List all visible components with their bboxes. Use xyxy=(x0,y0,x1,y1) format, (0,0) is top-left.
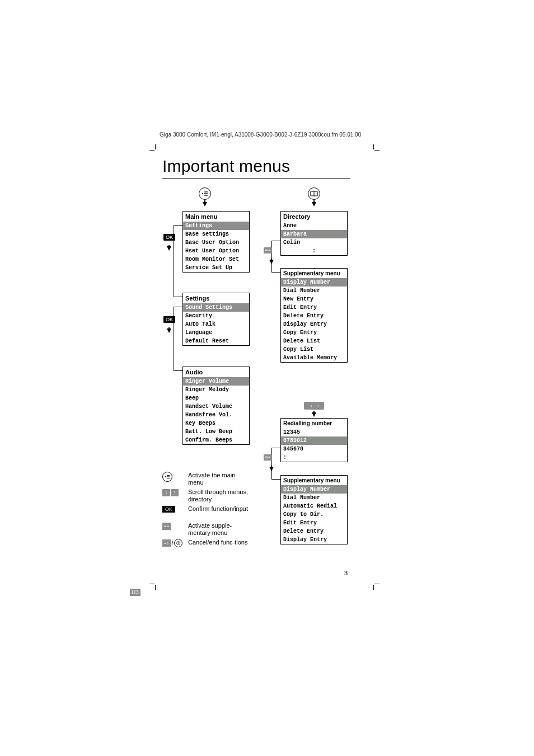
down-arrow-icon xyxy=(269,260,274,264)
connector xyxy=(271,272,280,273)
up-key-icon: ↑ xyxy=(171,489,179,496)
end-key-icon xyxy=(174,539,182,547)
connector xyxy=(271,448,272,479)
supplementary-title: Supplementary menu xyxy=(281,269,347,278)
title-underline xyxy=(162,178,350,179)
supplementary-title: Supplementary menu xyxy=(281,476,347,485)
directory-title: Directory xyxy=(281,212,347,222)
menu-item: Ringer Melody xyxy=(183,386,249,394)
audio-title: Audio xyxy=(183,367,249,377)
menu-key-icon xyxy=(199,187,211,200)
menu-item: Room Monitor Set xyxy=(183,255,249,264)
menu-item: Delete Entry xyxy=(281,312,347,320)
directory-box: Directory Anne Barbara Colin : xyxy=(280,211,348,256)
legend-text: Activate the main menu xyxy=(188,472,250,486)
menu-item: Copy to Dir. xyxy=(281,510,347,519)
menu-item: Display Entry xyxy=(281,536,347,544)
connector xyxy=(271,241,280,241)
down-arrow-icon xyxy=(312,202,316,206)
connector xyxy=(174,370,182,371)
menu-item: Base settings xyxy=(183,230,249,238)
redial-key-icon: →→ xyxy=(304,402,324,410)
menu-item: Beep xyxy=(183,394,249,402)
menu-item: Ringer Volume xyxy=(183,377,249,386)
menu-item: : xyxy=(281,453,347,462)
supplementary-key-icon: ≡+ xyxy=(162,523,171,530)
settings-title: Settings xyxy=(183,293,249,303)
menu-item: Confirm. Beeps xyxy=(183,436,249,444)
menu-item: Display Number xyxy=(281,485,347,494)
menu-item: Barbara xyxy=(281,230,347,238)
connector xyxy=(271,448,280,448)
down-arrow-icon xyxy=(269,467,274,471)
down-arrow-icon xyxy=(167,328,171,333)
menu-item: Colin xyxy=(281,238,347,247)
document-header: Giga 3000 Comfort, IM1-engl, A31008-G300… xyxy=(160,132,361,138)
ok-key-icon: OK xyxy=(162,506,175,513)
menu-item: Automatic Redial xyxy=(281,502,347,510)
legend-text: Scroll through menus, directory xyxy=(188,489,250,503)
down-key-icon: ↓ xyxy=(162,489,170,496)
crop-mark-bottom-right xyxy=(372,582,380,590)
svg-point-4 xyxy=(165,476,166,477)
supplementary-menu-box: Supplementary menu Display Number Dial N… xyxy=(280,268,348,363)
menu-item: Available Memory xyxy=(281,354,347,362)
menu-item: Display Entry xyxy=(281,320,347,328)
menu-item: Copy List xyxy=(281,345,347,354)
svg-point-9 xyxy=(178,543,179,544)
main-menu-box: Main menu Settings Base settings Base Us… xyxy=(182,211,250,273)
menu-item: 12345 xyxy=(281,428,347,436)
crop-mark-bottom-left xyxy=(149,582,157,590)
connector xyxy=(271,241,272,272)
menu-item: Dial Number xyxy=(281,494,347,502)
menu-item: Dial Number xyxy=(281,287,347,295)
down-arrow-icon xyxy=(167,246,171,251)
menu-item: Settings xyxy=(183,222,249,230)
redialling-title: Redialling number xyxy=(281,419,347,428)
menu-item: Key Beeps xyxy=(183,419,249,428)
menu-item: 6789012 xyxy=(281,436,347,445)
page-number: 3 xyxy=(344,570,348,576)
menu-item: Batt. Low Beep xyxy=(183,428,249,436)
connector xyxy=(174,307,182,307)
menu-item: : xyxy=(281,247,347,255)
legend-text: Activate supple-mentary menu xyxy=(188,522,250,537)
audio-box: Audio Ringer Volume Ringer Melody Beep H… xyxy=(182,367,250,445)
menu-item: Display Number xyxy=(281,278,347,287)
menu-item: Security xyxy=(183,312,249,320)
menu-item: Edit Entry xyxy=(281,519,347,527)
directory-key-icon xyxy=(308,187,320,200)
menu-item: Sound Settings xyxy=(183,303,249,312)
connector xyxy=(174,225,182,226)
menu-item: Auto Talk xyxy=(183,320,249,328)
crop-mark-top-right xyxy=(372,144,380,152)
menu-item: Edit Entry xyxy=(281,303,347,312)
menu-item: Delete List xyxy=(281,337,347,345)
crop-mark-top-left xyxy=(149,144,157,152)
legend-text: Confirm function/input xyxy=(188,505,250,513)
settings-box: Settings Sound Settings Security Auto Ta… xyxy=(182,293,250,346)
main-menu-title: Main menu xyxy=(183,212,249,222)
menu-item: Default Reset xyxy=(183,337,249,345)
ok-badge: OK xyxy=(163,316,175,323)
menu-item: Base User Option xyxy=(183,238,249,247)
down-arrow-icon xyxy=(312,412,316,417)
menu-item: Delete Entry xyxy=(281,527,347,536)
menu-item: Hset User Option xyxy=(183,247,249,255)
menu-item: Handset Volume xyxy=(183,402,249,411)
menu-item: 345678 xyxy=(281,445,347,453)
legend-text: Cancel/end func-tions xyxy=(188,539,250,546)
down-arrow-icon xyxy=(203,202,207,206)
menu-item: Anne xyxy=(281,222,347,230)
redialling-box: Redialling number 12345 6789012 345678 : xyxy=(280,418,348,462)
menu-item: Service Set Up xyxy=(183,264,249,272)
supplementary-menu-box-2: Supplementary menu Display Number Dial N… xyxy=(280,475,348,544)
menu-item: Language xyxy=(183,328,249,337)
supplementary-key-icon: ≡+ xyxy=(264,454,272,461)
menu-item: New Entry xyxy=(281,295,347,303)
connector xyxy=(271,479,280,480)
corner-badge: U3 xyxy=(130,589,140,596)
page-title: Important menus xyxy=(162,157,290,176)
back-key-icon: ≡↕ xyxy=(162,539,171,547)
supplementary-key-icon: ≡+ xyxy=(264,247,272,253)
